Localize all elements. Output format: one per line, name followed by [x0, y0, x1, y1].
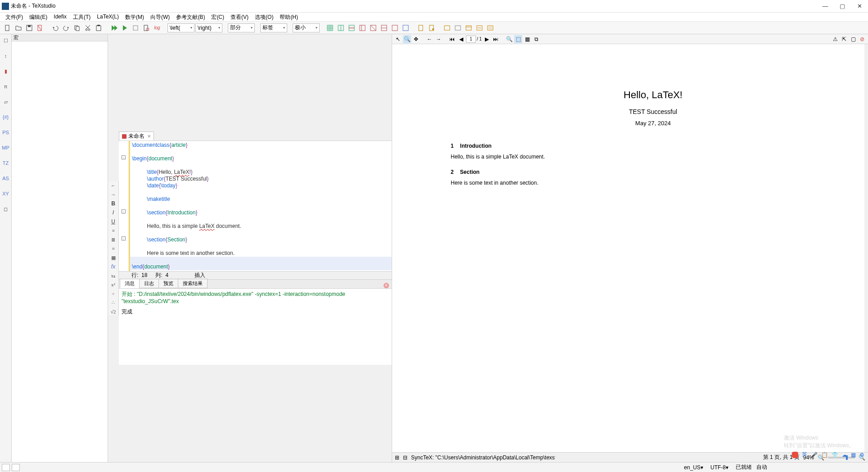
redo-icon[interactable]	[61, 23, 71, 33]
leftbar-item[interactable]: AS	[1, 174, 10, 183]
compile-icon[interactable]	[120, 23, 130, 33]
window-icon[interactable]: ▢	[849, 35, 857, 43]
build-run-icon[interactable]	[109, 23, 119, 33]
magnify-icon[interactable]: 🔍	[403, 35, 411, 43]
pdf-page[interactable]: Hello, LaTeX! TEST Successful May 27, 20…	[392, 44, 868, 452]
external-icon[interactable]: ⧉	[532, 35, 540, 43]
code-editor[interactable]: - - - \documentclass{article} \begin{doc…	[119, 141, 392, 271]
tray-icon[interactable]: 🎤	[811, 452, 818, 458]
cut-icon[interactable]	[83, 23, 93, 33]
leftbar-item[interactable]: PS	[1, 128, 10, 137]
menu-file[interactable]: 文件(F)	[3, 13, 26, 21]
tab-log[interactable]: 日志	[139, 279, 159, 288]
menu-options[interactable]: 选项(O)	[252, 13, 276, 21]
close-file-icon[interactable]	[35, 23, 45, 33]
gutter-arrow-right-icon[interactable]: →	[109, 191, 118, 198]
cursor-icon[interactable]: ↖	[394, 35, 402, 43]
last-page-icon[interactable]: ⏭	[492, 35, 500, 43]
view-pdf-icon[interactable]	[141, 23, 151, 33]
page-input[interactable]	[466, 36, 476, 43]
panel-toggle2-icon[interactable]	[12, 464, 20, 471]
superscript-icon[interactable]: x²	[109, 281, 118, 288]
maximize-button[interactable]: ▢	[839, 3, 845, 9]
first-page-icon[interactable]: ⏮	[448, 35, 456, 43]
leftbar-item[interactable]: π	[1, 82, 10, 91]
fold-marker-icon[interactable]: -	[122, 155, 126, 159]
fold-marker-icon[interactable]: -	[122, 209, 126, 213]
section-combo[interactable]: 部分▾	[228, 23, 255, 32]
eject-icon[interactable]: ⇱	[840, 35, 848, 43]
label-combo[interactable]: 标签▾	[260, 23, 287, 32]
table-row-icon[interactable]	[347, 23, 357, 33]
pdf2-icon[interactable]	[427, 23, 437, 33]
tray-icon[interactable]: ▦	[851, 452, 856, 458]
left-delim-combo[interactable]: \left(▾	[167, 23, 194, 32]
undo-icon[interactable]	[50, 23, 60, 33]
menu-edit[interactable]: 编辑(E)	[27, 13, 50, 21]
fold-marker-icon[interactable]: -	[122, 236, 126, 241]
warn-icon[interactable]: ⚠	[831, 35, 839, 43]
menu-math[interactable]: 数学(M)	[122, 13, 147, 21]
stop-icon[interactable]	[131, 23, 140, 33]
ime-indicator[interactable]: 英	[802, 451, 807, 458]
leftbar-item[interactable]: ▮	[1, 67, 10, 76]
align-left-icon[interactable]: ≡	[109, 227, 118, 234]
open-file-icon[interactable]	[14, 23, 23, 33]
encoding-status[interactable]: UTF-8	[710, 464, 726, 471]
gutter-arrow-left-icon[interactable]: ←	[109, 182, 118, 189]
box5-icon[interactable]	[485, 23, 495, 33]
italic-icon[interactable]: I	[109, 209, 118, 216]
view-log-icon[interactable]: log	[152, 23, 162, 33]
table-add-row-icon[interactable]	[379, 23, 389, 33]
fit-width-icon[interactable]: ⬚	[514, 35, 522, 43]
table-add-col-icon[interactable]	[357, 23, 367, 33]
dots-icon[interactable]: ∴	[109, 299, 118, 306]
close-preview-icon[interactable]: ⊘	[858, 35, 866, 43]
tab-preview[interactable]: 预览	[158, 279, 178, 288]
pdf-icon[interactable]	[416, 23, 426, 33]
right-delim-combo[interactable]: \right)▾	[195, 23, 222, 32]
tray-icon[interactable]: 👕	[832, 452, 838, 458]
document-tab[interactable]: 未命名 ✕	[119, 132, 154, 141]
fx-icon[interactable]: fx	[109, 263, 118, 270]
sqrt-icon[interactable]: √2	[109, 308, 118, 315]
next-page-icon[interactable]: ▶	[483, 35, 491, 43]
close-button[interactable]: ✕	[856, 3, 863, 9]
minimize-button[interactable]: —	[822, 3, 828, 9]
zoom-out-icon[interactable]: 🔍	[505, 35, 513, 43]
panel-toggle-icon[interactable]	[2, 464, 10, 471]
leftbar-item[interactable]: XY	[1, 189, 10, 198]
tab-search[interactable]: 搜索结果	[178, 279, 208, 288]
menu-tools[interactable]: 工具(T)	[70, 13, 93, 21]
tray-icon[interactable]: ⚙	[859, 452, 864, 458]
move-icon[interactable]: ✥	[412, 35, 420, 43]
paste-icon[interactable]	[94, 23, 104, 33]
table-del-col-icon[interactable]	[368, 23, 378, 33]
subscript-icon[interactable]: x₂	[109, 272, 118, 279]
next-icon[interactable]: →	[434, 35, 443, 43]
leftbar-item[interactable]: MP	[1, 143, 10, 152]
table-merge-icon[interactable]	[401, 23, 411, 33]
tray-icon[interactable]: ☁	[842, 452, 847, 458]
leftbar-item[interactable]: ↕	[1, 51, 10, 60]
save-icon[interactable]	[24, 23, 34, 33]
box3-icon[interactable]	[464, 23, 474, 33]
box4-icon[interactable]	[475, 23, 484, 33]
tray-icon[interactable]	[792, 452, 798, 458]
box2-icon[interactable]	[453, 23, 463, 33]
menu-wizard[interactable]: 向导(W)	[148, 13, 172, 21]
menu-macro[interactable]: 宏(C)	[208, 13, 227, 21]
auto-status[interactable]: 自动	[756, 463, 767, 471]
menu-latex[interactable]: LaTeX(L)	[94, 13, 122, 21]
size-combo[interactable]: 极小▾	[293, 23, 320, 32]
menu-view[interactable]: 查看(V)	[228, 13, 251, 21]
leftbar-item[interactable]: ▱	[1, 97, 10, 106]
leftbar-item[interactable]: ◻	[1, 204, 10, 213]
fit-page-icon[interactable]: ▦	[523, 35, 531, 43]
table-col-icon[interactable]	[336, 23, 346, 33]
menu-bib[interactable]: 参考文献(B)	[173, 13, 208, 21]
frac-icon[interactable]: ÷	[109, 290, 118, 297]
grid-icon[interactable]: ▦	[109, 254, 118, 261]
table-del-row-icon[interactable]	[390, 23, 400, 33]
leftbar-item[interactable]: TZ	[1, 159, 10, 168]
